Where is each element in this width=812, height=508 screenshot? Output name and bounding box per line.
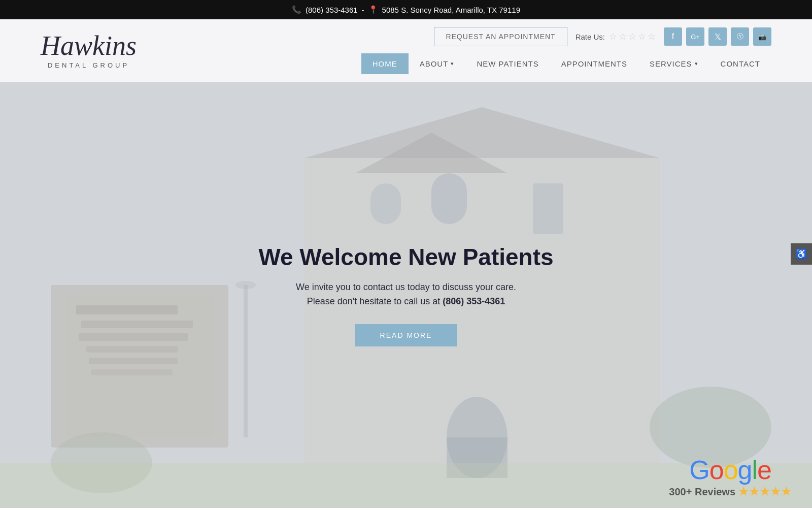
nav-home[interactable]: HOME bbox=[361, 53, 409, 74]
nav-about[interactable]: ABOUT bbox=[409, 53, 466, 74]
hero-title: We Welcome New Patients bbox=[258, 244, 553, 271]
google-logo: Google bbox=[669, 457, 792, 483]
rate-label: Rate Us: bbox=[576, 33, 605, 41]
request-appointment-button[interactable]: REQUEST AN APPOINTMENT bbox=[434, 27, 567, 46]
google-letter-G: G bbox=[689, 455, 709, 485]
google-letter-e: e bbox=[757, 455, 771, 485]
header-right: REQUEST AN APPOINTMENT Rate Us: ☆ ☆ ☆ ☆ … bbox=[361, 27, 771, 74]
google-letter-o2: o bbox=[724, 455, 738, 485]
hero-phone[interactable]: (806) 353-4361 bbox=[443, 296, 505, 306]
rate-us: Rate Us: ☆ ☆ ☆ ☆ ☆ bbox=[576, 31, 656, 42]
accessibility-icon: ♿ bbox=[796, 248, 807, 260]
main-nav: HOME ABOUT NEW PATIENTS APPOINTMENTS SER… bbox=[361, 53, 771, 74]
top-phone[interactable]: (806) 353-4361 bbox=[306, 6, 358, 14]
read-more-button[interactable]: READ MORE bbox=[355, 324, 458, 346]
google-star-rating: ★★★★★ bbox=[738, 485, 792, 498]
phone-icon: 📞 bbox=[292, 5, 301, 14]
logo-subtitle: DENTAL GROUP bbox=[48, 61, 129, 69]
social-icons: f G+ 𝕏 Ⓨ 📷 bbox=[664, 27, 771, 46]
location-icon: 📍 bbox=[368, 5, 378, 14]
twitter-icon[interactable]: 𝕏 bbox=[708, 27, 727, 46]
nav-contact[interactable]: CONTACT bbox=[709, 53, 771, 74]
separator: - bbox=[362, 6, 364, 14]
top-address: 5085 S. Soncy Road, Amarillo, TX 79119 bbox=[382, 6, 520, 14]
review-count: 300+ Reviews bbox=[669, 486, 735, 498]
hero-subtitle-line1: We invite you to contact us today to dis… bbox=[296, 282, 516, 292]
google-letter-l: l bbox=[752, 455, 758, 485]
hero-subtitle: We invite you to contact us today to dis… bbox=[258, 280, 553, 309]
logo-hawkins: Hawkins bbox=[41, 30, 137, 61]
star-2[interactable]: ☆ bbox=[619, 31, 627, 42]
star-5[interactable]: ☆ bbox=[648, 31, 656, 42]
accessibility-button[interactable]: ♿ bbox=[791, 243, 812, 265]
google-letter-o1: o bbox=[709, 455, 724, 485]
nav-new-patients[interactable]: NEW PATIENTS bbox=[465, 53, 550, 74]
hero-section: We Welcome New Patients We invite you to… bbox=[0, 82, 812, 508]
star-4[interactable]: ☆ bbox=[638, 31, 646, 42]
logo[interactable]: Hawkins DENTAL GROUP bbox=[41, 32, 137, 69]
logo-name: Hawkins bbox=[41, 32, 137, 59]
star-3[interactable]: ☆ bbox=[628, 31, 636, 42]
google-badge[interactable]: Google 300+ Reviews ★★★★★ bbox=[669, 457, 792, 498]
google-reviews: 300+ Reviews ★★★★★ bbox=[669, 485, 792, 498]
nav-services[interactable]: SERVICES bbox=[638, 53, 709, 74]
header: Hawkins DENTAL GROUP REQUEST AN APPOINTM… bbox=[0, 19, 812, 82]
facebook-icon[interactable]: f bbox=[664, 27, 682, 46]
hero-subtitle-line2: Please don't hesitate to call us at bbox=[307, 296, 441, 306]
yelp-icon[interactable]: Ⓨ bbox=[731, 27, 749, 46]
star-1[interactable]: ☆ bbox=[609, 31, 617, 42]
instagram-icon[interactable]: 📷 bbox=[753, 27, 771, 46]
star-rating[interactable]: ☆ ☆ ☆ ☆ ☆ bbox=[609, 31, 656, 42]
top-bar: 📞 (806) 353-4361 - 📍 5085 S. Soncy Road,… bbox=[0, 0, 812, 19]
nav-appointments[interactable]: APPOINTMENTS bbox=[550, 53, 638, 74]
hero-content: We Welcome New Patients We invite you to… bbox=[233, 224, 579, 367]
google-letter-g2: g bbox=[738, 455, 752, 485]
google-icon[interactable]: G+ bbox=[686, 27, 704, 46]
header-actions: REQUEST AN APPOINTMENT Rate Us: ☆ ☆ ☆ ☆ … bbox=[434, 27, 771, 46]
